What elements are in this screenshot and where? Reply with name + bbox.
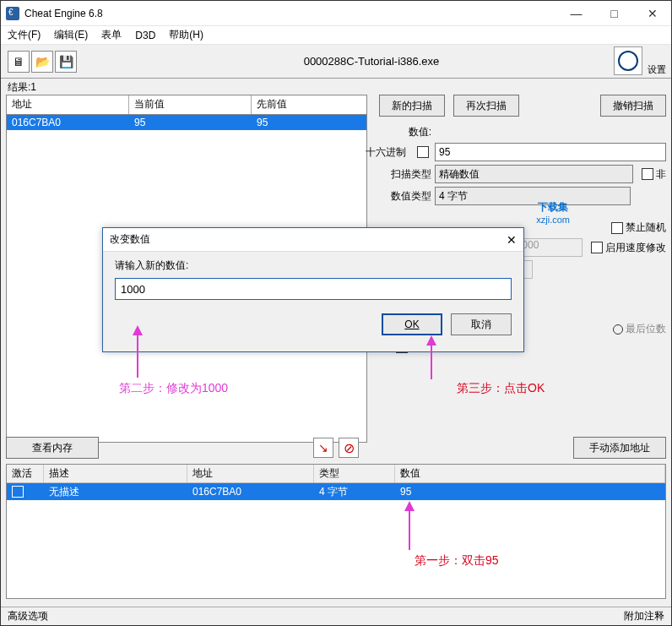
address-row-value[interactable]: 95 <box>395 486 665 498</box>
valuetype-select[interactable]: 4 字节 <box>435 187 631 205</box>
save-icon[interactable]: 💾 <box>55 51 77 73</box>
new-scan-button[interactable]: 新的扫描 <box>379 95 445 117</box>
dialog-titlebar[interactable]: 改变数值 ✕ <box>103 228 523 252</box>
undo-scan-button[interactable]: 撤销扫描 <box>600 95 666 117</box>
address-row-desc[interactable]: 无描述 <box>44 485 187 499</box>
col-type[interactable]: 类型 <box>314 465 395 482</box>
minimize-button[interactable]: — <box>557 2 595 25</box>
col-address[interactable]: 地址 <box>7 95 129 114</box>
value-label: 数值: <box>379 125 431 139</box>
address-table-header: 激活 描述 地址 类型 数值 <box>7 465 665 483</box>
add-annotation[interactable]: 附加注释 <box>624 609 664 623</box>
norandom-label: 禁止随机 <box>626 221 666 233</box>
hex-checkbox[interactable] <box>417 146 429 158</box>
address-row-address[interactable]: 016C7BA0 <box>187 486 314 498</box>
menu-table[interactable]: 表单 <box>101 28 122 42</box>
process-name: 0000288C-Tutorial-i386.exe <box>304 55 440 68</box>
scan-results-header: 地址 当前值 先前值 <box>6 95 367 115</box>
dialog-value-input[interactable] <box>115 278 512 300</box>
not-label: 非 <box>656 168 666 180</box>
address-table: 激活 描述 地址 类型 数值 无描述 016C7BA0 4 字节 95 <box>6 464 666 599</box>
change-value-dialog: 改变数值 ✕ 请输入新的数值: OK 取消 <box>102 227 524 352</box>
scantype-label: 扫描类型 <box>379 167 431 182</box>
col-desc[interactable]: 描述 <box>44 465 187 482</box>
value-input[interactable] <box>435 143 666 161</box>
view-memory-button[interactable]: 查看内存 <box>6 437 99 459</box>
mid-toolbar: 查看内存 ↘ ⊘ 手动添加地址 <box>6 437 666 459</box>
lastdigit-label: 最后位数 <box>626 322 666 336</box>
add-address-arrow-icon[interactable]: ↘ <box>313 438 333 458</box>
open-process-icon[interactable]: 🖥 <box>8 51 30 73</box>
hex-label: 十六进制 <box>366 145 406 160</box>
lastdigit-radio[interactable] <box>613 324 623 335</box>
close-button[interactable]: ✕ <box>633 2 671 25</box>
dialog-cancel-button[interactable]: 取消 <box>451 313 512 335</box>
speedhack-checkbox[interactable] <box>591 242 603 253</box>
valuetype-label: 数值类型 <box>379 189 431 204</box>
toolbar: 🖥 📂 💾 0000288C-Tutorial-i386.exe 设置 <box>1 45 671 79</box>
settings-label[interactable]: 设置 <box>648 63 666 76</box>
norandom-checkbox[interactable] <box>611 222 623 234</box>
col-address2[interactable]: 地址 <box>187 465 314 482</box>
col-previous[interactable]: 先前值 <box>252 95 366 114</box>
active-checkbox[interactable] <box>12 486 24 498</box>
advanced-options[interactable]: 高级选项 <box>8 609 48 623</box>
not-checkbox[interactable] <box>642 168 653 180</box>
menu-help[interactable]: 帮助(H) <box>169 28 203 42</box>
address-row-type[interactable]: 4 字节 <box>314 485 395 499</box>
scan-result-address: 016C7BA0 <box>7 117 129 128</box>
next-scan-button[interactable]: 再次扫描 <box>453 95 519 117</box>
dialog-ok-button[interactable]: OK <box>382 313 442 335</box>
watermark: 下载集 xzji.com <box>536 200 570 225</box>
menubar: 文件(F) 编辑(E) 表单 D3D 帮助(H) <box>1 26 671 45</box>
dialog-close-icon[interactable]: ✕ <box>507 233 517 247</box>
scan-result-row[interactable]: 016C7BA0 95 95 <box>7 115 366 130</box>
dialog-prompt: 请输入新的数值: <box>115 259 512 273</box>
speedhack-label: 启用速度修改 <box>605 242 666 253</box>
window-title: Cheat Engine 6.8 <box>24 8 103 19</box>
scantype-select[interactable]: 精确数值 <box>435 165 633 183</box>
manual-add-button[interactable]: 手动添加地址 <box>573 437 666 459</box>
col-active[interactable]: 激活 <box>7 465 44 482</box>
results-count: 结果:1 <box>1 79 671 95</box>
scan-result-value: 95 <box>129 117 252 128</box>
col-value2[interactable]: 数值 <box>395 465 665 482</box>
menu-edit[interactable]: 编辑(E) <box>54 28 88 42</box>
ce-logo-icon[interactable] <box>614 46 642 75</box>
maximize-button[interactable]: □ <box>595 2 633 25</box>
col-value[interactable]: 当前值 <box>129 95 252 114</box>
app-icon <box>6 7 19 20</box>
titlebar: Cheat Engine 6.8 — □ ✕ <box>1 1 671 26</box>
address-row[interactable]: 无描述 016C7BA0 4 字节 95 <box>7 483 665 500</box>
menu-file[interactable]: 文件(F) <box>8 28 41 42</box>
dialog-title: 改变数值 <box>110 232 150 247</box>
statusbar: 高级选项 附加注释 <box>1 607 671 625</box>
menu-d3d[interactable]: D3D <box>135 30 155 41</box>
scan-result-previous: 95 <box>252 117 366 128</box>
no-entry-icon[interactable]: ⊘ <box>339 438 359 458</box>
open-file-icon[interactable]: 📂 <box>31 51 53 73</box>
